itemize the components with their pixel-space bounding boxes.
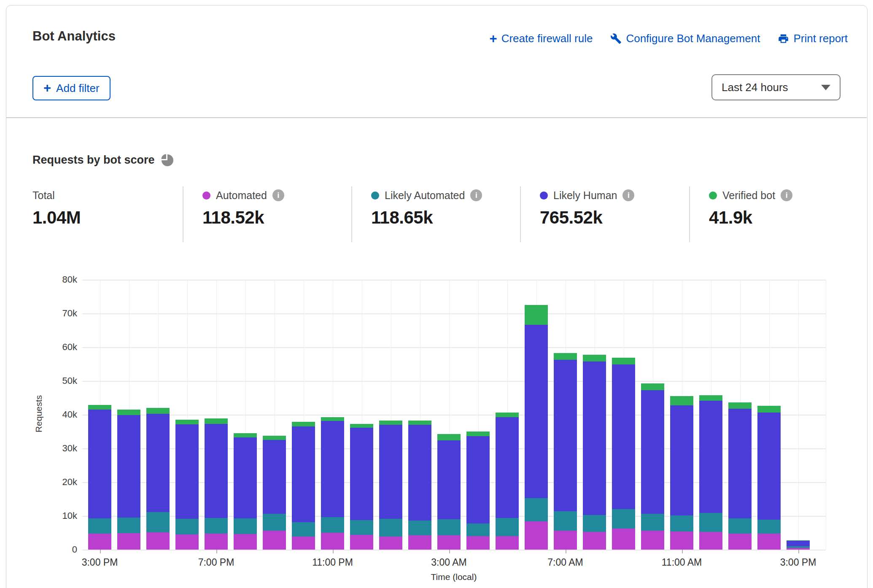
bar-segment-likely-automated[interactable]: [612, 509, 635, 529]
bar-segment-verified-bot[interactable]: [146, 408, 170, 414]
bar-segment-automated[interactable]: [641, 531, 664, 550]
bar-segment-automated[interactable]: [292, 537, 315, 550]
bar-segment-automated[interactable]: [699, 532, 722, 550]
bar-segment-verified-bot[interactable]: [321, 417, 344, 421]
bar-segment-likely-human[interactable]: [175, 424, 199, 519]
bar-segment-verified-bot[interactable]: [175, 420, 199, 424]
bar-segment-automated[interactable]: [408, 535, 431, 550]
bar-segment-automated[interactable]: [612, 529, 635, 550]
bar-segment-likely-automated[interactable]: [437, 519, 461, 535]
bar-segment-automated[interactable]: [757, 534, 781, 550]
bar-segment-likely-automated[interactable]: [757, 520, 781, 534]
bar-segment-likely-automated[interactable]: [146, 512, 170, 532]
bar-segment-likely-human[interactable]: [496, 417, 519, 518]
bar-segment-likely-automated[interactable]: [408, 521, 431, 535]
bar-segment-likely-automated[interactable]: [321, 517, 344, 533]
bar-segment-verified-bot[interactable]: [554, 353, 577, 359]
bar-segment-likely-automated[interactable]: [175, 519, 199, 534]
bar-segment-verified-bot[interactable]: [757, 406, 781, 413]
bar-segment-likely-human[interactable]: [379, 425, 402, 519]
bar-segment-verified-bot[interactable]: [117, 410, 140, 415]
bar-segment-verified-bot[interactable]: [263, 436, 286, 440]
bar-segment-verified-bot[interactable]: [699, 395, 722, 401]
bar-segment-likely-automated[interactable]: [263, 514, 286, 531]
bar-segment-likely-automated[interactable]: [466, 523, 490, 536]
bar-segment-likely-human[interactable]: [728, 409, 752, 519]
bar-segment-likely-human[interactable]: [146, 414, 170, 512]
bar-segment-automated[interactable]: [583, 532, 606, 550]
bar-segment-automated[interactable]: [670, 531, 693, 550]
bar-segment-likely-automated[interactable]: [117, 518, 140, 533]
bar-segment-verified-bot[interactable]: [612, 358, 635, 364]
bar-segment-automated[interactable]: [146, 532, 170, 550]
bar-segment-verified-bot[interactable]: [466, 432, 490, 436]
bar-segment-likely-automated[interactable]: [641, 514, 664, 531]
bar-segment-likely-automated[interactable]: [379, 519, 402, 537]
bar-segment-likely-human[interactable]: [205, 424, 228, 518]
bar-segment-automated[interactable]: [437, 535, 461, 550]
bar-segment-likely-human[interactable]: [350, 428, 373, 520]
bar-segment-verified-bot[interactable]: [437, 434, 461, 440]
bar-segment-verified-bot[interactable]: [728, 402, 752, 408]
bar-segment-automated[interactable]: [466, 536, 490, 550]
bar-segment-verified-bot[interactable]: [350, 424, 373, 428]
bar-segment-likely-human[interactable]: [466, 436, 490, 523]
bar-segment-likely-automated[interactable]: [728, 518, 752, 533]
bar-segment-likely-automated[interactable]: [583, 515, 606, 532]
bar-segment-likely-human[interactable]: [263, 440, 286, 514]
bar-segment-automated[interactable]: [88, 534, 111, 550]
bar-segment-likely-human[interactable]: [117, 415, 140, 518]
bar-segment-likely-automated[interactable]: [350, 520, 373, 534]
bar-segment-likely-human[interactable]: [234, 437, 257, 518]
bar-segment-verified-bot[interactable]: [292, 422, 315, 426]
bar-segment-automated[interactable]: [525, 521, 548, 550]
bar-segment-verified-bot[interactable]: [379, 421, 402, 425]
bar-segment-automated[interactable]: [379, 537, 402, 550]
bar-segment-likely-human[interactable]: [321, 421, 344, 517]
bar-segment-automated[interactable]: [117, 533, 140, 550]
bar-segment-verified-bot[interactable]: [641, 383, 664, 390]
bar-segment-verified-bot[interactable]: [88, 405, 111, 410]
bar-segment-verified-bot[interactable]: [787, 540, 810, 541]
bar-segment-verified-bot[interactable]: [234, 433, 257, 437]
bar-segment-likely-human[interactable]: [641, 390, 664, 514]
bar-segment-likely-human[interactable]: [437, 440, 461, 519]
x-tick: [449, 550, 450, 553]
bar-segment-likely-automated[interactable]: [670, 515, 693, 531]
bar-segment-verified-bot[interactable]: [670, 396, 693, 405]
bar-segment-automated[interactable]: [175, 534, 199, 550]
bar-segment-likely-automated[interactable]: [525, 498, 548, 521]
bar-segment-likely-human[interactable]: [583, 361, 606, 515]
bar-segment-likely-human[interactable]: [670, 405, 693, 515]
bar-segment-likely-human[interactable]: [408, 425, 431, 521]
bar-segment-likely-automated[interactable]: [787, 546, 810, 548]
bar-segment-automated[interactable]: [234, 534, 257, 550]
bar-segment-likely-human[interactable]: [757, 413, 781, 520]
bar-segment-likely-automated[interactable]: [205, 518, 228, 534]
bar-segment-automated[interactable]: [350, 535, 373, 550]
bar-segment-verified-bot[interactable]: [583, 355, 606, 362]
bar-segment-automated[interactable]: [321, 533, 344, 550]
bar-segment-likely-automated[interactable]: [496, 518, 519, 536]
bar-segment-verified-bot[interactable]: [205, 418, 228, 424]
bar-segment-automated[interactable]: [728, 534, 752, 550]
bar-segment-verified-bot[interactable]: [408, 421, 431, 425]
bar-segment-likely-automated[interactable]: [554, 511, 577, 531]
bar-segment-likely-human[interactable]: [699, 401, 722, 513]
bar-segment-likely-automated[interactable]: [292, 522, 315, 537]
bar-segment-likely-human[interactable]: [787, 541, 810, 546]
bar-segment-likely-human[interactable]: [88, 410, 111, 518]
bar-segment-likely-automated[interactable]: [234, 518, 257, 534]
bar-segment-likely-automated[interactable]: [88, 518, 111, 533]
bar-segment-verified-bot[interactable]: [496, 413, 519, 417]
bar-segment-verified-bot[interactable]: [525, 305, 548, 325]
bar-segment-likely-automated[interactable]: [699, 513, 722, 532]
bar-segment-automated[interactable]: [496, 536, 519, 550]
bar-segment-likely-human[interactable]: [612, 364, 635, 509]
bar-segment-likely-human[interactable]: [292, 426, 315, 522]
bar-segment-automated[interactable]: [263, 531, 286, 550]
bar-segment-likely-human[interactable]: [525, 325, 548, 498]
bar-segment-automated[interactable]: [205, 534, 228, 550]
bar-segment-likely-human[interactable]: [554, 360, 577, 511]
bar-segment-automated[interactable]: [554, 531, 577, 550]
